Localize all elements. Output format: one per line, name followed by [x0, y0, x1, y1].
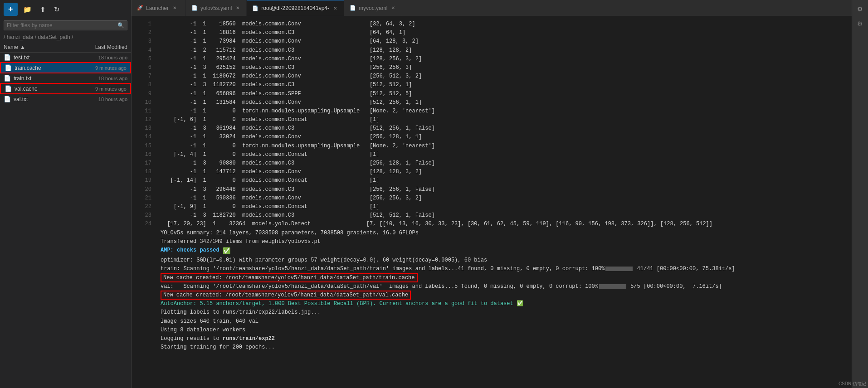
- line-number: 2: [135, 29, 151, 37]
- corner-label: CSDN 仿笔记: [839, 381, 866, 387]
- file-row[interactable]: 📄 val.txt 18 hours ago: [0, 94, 131, 104]
- modified-column-header[interactable]: Last Modified: [78, 44, 127, 50]
- code-line: 17 -1 3 90880 models.common.C3 [256, 128…: [132, 159, 852, 168]
- code-line: 23 -1 3 1182720 models.common.C3 [512, 5…: [132, 211, 852, 220]
- output-line: Transferred 342/349 items from weights/y…: [132, 238, 852, 246]
- line-content: [-1, 4] 1 0 models.common.Concat [1]: [161, 150, 379, 159]
- line-content: [-1, 6] 1 0 models.common.Concat [1]: [161, 116, 379, 124]
- file-name: test.txt: [14, 54, 78, 61]
- line-number: [135, 282, 151, 291]
- line-number: [135, 246, 151, 256]
- line-number: [135, 317, 151, 326]
- tab-myvoc[interactable]: 📄 myvoc.yaml ✕: [344, 0, 402, 16]
- line-content: [-1, 9] 1 0 models.common.Concat [1]: [161, 203, 379, 211]
- file-modified: 9 minutes ago: [77, 65, 127, 71]
- tab-icon: 📄: [191, 5, 198, 11]
- tab-yolov5s[interactable]: 📄 yolov5s.yaml ✕: [186, 0, 247, 16]
- tab-icon: 📄: [252, 5, 258, 11]
- line-number: 13: [135, 124, 151, 133]
- tab-root-dl[interactable]: 📄 root@dl-220928184041vp4- ✕: [247, 0, 344, 16]
- line-number: 4: [135, 46, 151, 55]
- file-row[interactable]: 📄 train.cache 9 minutes ago: [0, 62, 131, 73]
- code-line: 22 [-1, 9] 1 0 models.common.Concat [1]: [132, 203, 852, 211]
- line-number: 8: [135, 81, 151, 89]
- code-line: 9 -1 1 656896 models.common.SPPF [512, 5…: [132, 90, 852, 98]
- output-line: Starting training for 200 epochs...: [132, 343, 852, 352]
- autoanchor-line: AutoAnchor: 5.15 anchors/target, 1.000 B…: [132, 300, 852, 308]
- line-number: 9: [135, 90, 151, 98]
- line-content: -1 3 1182720 models.common.C3 [512, 512,…: [161, 211, 435, 220]
- code-line: 2 -1 1 18816 models.common.C3 [64, 64, 1…: [132, 29, 852, 37]
- line-content: Using 8 dataloader workers: [161, 326, 245, 335]
- output-line: Image sizes 640 train, 640 val: [132, 317, 852, 326]
- line-number: [135, 335, 151, 343]
- code-line: 21 -1 1 590336 models.common.Conv [256, …: [132, 194, 852, 203]
- file-row[interactable]: 📄 test.txt 18 hours ago: [0, 53, 131, 62]
- line-content: New cache created: /root/teamshare/yolov…: [161, 274, 418, 282]
- train-progress-bar: [605, 267, 633, 271]
- tab-label: yolov5s.yaml: [200, 5, 232, 11]
- line-number: 23: [135, 211, 151, 220]
- breadcrumb: / hanzi_data / dataSet_path /: [0, 32, 131, 42]
- tab-close-button[interactable]: ✕: [332, 5, 338, 12]
- code-line: 15 -1 1 0 torch.nn.modules.upsampling.Up…: [132, 142, 852, 150]
- settings-top-icon[interactable]: ⚙: [855, 4, 865, 15]
- line-number: 20: [135, 185, 151, 194]
- line-content: Starting training for 200 epochs...: [161, 343, 275, 352]
- line-number: [135, 308, 151, 317]
- tab-icon: 📄: [350, 5, 356, 11]
- tab-launcher[interactable]: 🚀 Launcher ✕: [132, 0, 186, 16]
- file-modified: 18 hours ago: [78, 97, 127, 102]
- file-icon: 📄: [4, 96, 11, 102]
- code-line: 7 -1 1 1180672 models.common.Conv [256, …: [132, 72, 852, 81]
- line-number: [135, 256, 151, 265]
- line-content: [-1, 14] 1 0 models.common.Concat [1]: [161, 176, 379, 185]
- file-row[interactable]: 📄 train.txt 18 hours ago: [0, 73, 131, 83]
- editor[interactable]: 1 -1 1 18560 models.common.Conv [32, 64,…: [132, 16, 852, 388]
- file-name: val.txt: [14, 96, 78, 102]
- line-content: -1 3 625152 models.common.C3 [256, 256, …: [161, 63, 412, 72]
- line-content: optimizer: SGD(lr=0.01) with parameter g…: [161, 256, 487, 265]
- line-number: [135, 238, 151, 246]
- line-number: 7: [135, 72, 151, 81]
- new-folder-button[interactable]: 📁: [20, 4, 34, 15]
- file-icon: 📄: [5, 64, 12, 71]
- code-line: 24 [17, 20, 23] 1 32364 models.yolo.Dete…: [132, 220, 852, 228]
- file-row[interactable]: 📄 val.cache 9 minutes ago: [0, 83, 131, 94]
- line-number: 15: [135, 142, 151, 150]
- line-content: val: Scanning '/root/teamshare/yolov5/ha…: [161, 282, 722, 291]
- tab-bar: 🚀 Launcher ✕ 📄 yolov5s.yaml ✕ 📄 root@dl-…: [132, 0, 852, 16]
- line-content: New cache created: /root/teamshare/yolov…: [161, 291, 411, 300]
- line-number: [135, 326, 151, 335]
- sidebar: + 📁 ⬆ ↻ 🔍 / hanzi_data / dataSet_path / …: [0, 0, 132, 388]
- line-content: Plotting labels to runs/train/exp22/labe…: [161, 308, 321, 317]
- line-number: 12: [135, 116, 151, 124]
- line-content: -1 1 1180672 models.common.Conv [256, 51…: [161, 72, 422, 81]
- line-content: -1 3 90880 models.common.C3 [256, 128, 1…: [161, 159, 435, 168]
- code-line: 3 -1 1 73984 models.common.Conv [64, 128…: [132, 37, 852, 46]
- search-input[interactable]: [7, 22, 117, 29]
- name-column-header[interactable]: Name ▲: [4, 44, 78, 50]
- line-number: 11: [135, 107, 151, 116]
- refresh-button[interactable]: ↻: [51, 4, 63, 15]
- file-icon: 📄: [4, 54, 11, 61]
- file-name: val.cache: [15, 86, 77, 92]
- code-line: 18 -1 1 147712 models.common.Conv [128, …: [132, 168, 852, 176]
- tab-icon: 🚀: [137, 5, 143, 11]
- line-content: -1 1 0 torch.nn.modules.upsampling.Upsam…: [161, 107, 435, 116]
- checkmark-icon: ✅: [223, 246, 230, 256]
- code-line: 16 [-1, 4] 1 0 models.common.Concat [1]: [132, 150, 852, 159]
- tab-close-button[interactable]: ✕: [234, 5, 241, 11]
- settings-bottom-icon[interactable]: ⚙: [855, 18, 865, 29]
- line-number: 6: [135, 63, 151, 72]
- output-line: New cache created: /root/teamshare/yolov…: [132, 274, 852, 282]
- line-number: 14: [135, 133, 151, 141]
- upload-button[interactable]: ⬆: [37, 4, 49, 15]
- new-file-button[interactable]: +: [4, 3, 18, 16]
- tab-close-button[interactable]: ✕: [390, 5, 396, 11]
- code-line: 4 -1 2 115712 models.common.C3 [128, 128…: [132, 46, 852, 55]
- line-number: 16: [135, 150, 151, 159]
- line-number: 17: [135, 159, 151, 168]
- line-number: [135, 300, 151, 308]
- tab-close-button[interactable]: ✕: [171, 5, 178, 11]
